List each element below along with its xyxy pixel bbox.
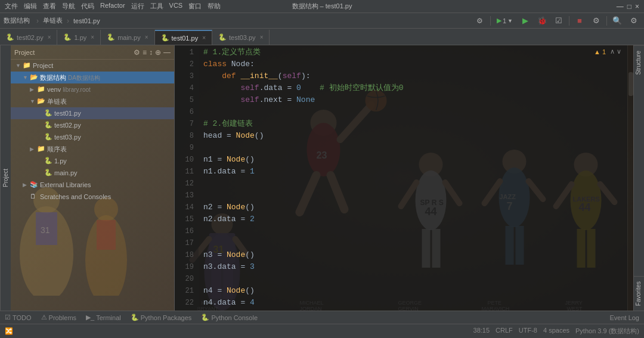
layout-icon[interactable]: ≡ bbox=[143, 48, 147, 57]
tab-label: main.py bbox=[117, 34, 141, 41]
tree-item-mainpy[interactable]: ▶ 🐍 main.py bbox=[11, 167, 174, 179]
stop-button[interactable]: ■ bbox=[573, 14, 586, 27]
gear3-button[interactable]: ⚙ bbox=[627, 14, 640, 27]
tab-1py[interactable]: 🐍 1.py × bbox=[57, 30, 101, 45]
tree-item-linked-list[interactable]: ▼ 📂 单链表 bbox=[11, 95, 174, 107]
menu-bar[interactable]: 文件 编辑 查看 导航 代码 Refactor 运行 工具 VCS 窗口 帮助 bbox=[5, 2, 221, 11]
tree-item-test01[interactable]: ▶ 🐍 test01.py bbox=[11, 107, 174, 119]
tree-item-scratches[interactable]: ▶ 🗒 Scratches and Consoles bbox=[11, 191, 174, 203]
indent[interactable]: 4 spaces bbox=[543, 327, 569, 336]
close-icon[interactable]: × bbox=[48, 34, 51, 41]
code-line-17 bbox=[203, 237, 627, 249]
run-config-selector[interactable]: ▶ 1 ▼ bbox=[494, 14, 515, 27]
menu-code[interactable]: 代码 bbox=[81, 2, 94, 11]
problems-tab[interactable]: ⚠ Problems bbox=[41, 314, 76, 321]
tree-label: test01.py bbox=[54, 110, 81, 117]
cursor-position[interactable]: 38:15 bbox=[473, 327, 490, 336]
event-log-tab[interactable]: Event Log bbox=[609, 314, 639, 321]
code-view: 12345 678910 1112131415 1617181920 21222… bbox=[175, 45, 627, 311]
python-packages-icon: 🐍 bbox=[131, 314, 139, 321]
minimize-button[interactable]: — bbox=[617, 2, 624, 11]
tab-test03[interactable]: 🐍 test03.py × bbox=[212, 30, 270, 45]
maximize-button[interactable]: □ bbox=[627, 2, 631, 11]
tree-item-project[interactable]: ▼ 📁 Project bbox=[11, 60, 174, 72]
menu-window[interactable]: 窗口 bbox=[188, 2, 202, 11]
tab-label: 1.py bbox=[74, 34, 86, 41]
terminal-icon: ▶_ bbox=[86, 314, 94, 321]
project-sidebar-tab[interactable]: Project bbox=[0, 45, 11, 311]
tree-item-external-libs[interactable]: ▶ 📚 External Libraries bbox=[11, 179, 174, 191]
editor-warnings[interactable]: ▲ 1 ∧ ∨ bbox=[594, 48, 621, 55]
gear-icon[interactable]: ⚙ bbox=[134, 48, 140, 57]
tree-label: Scratches and Consoles bbox=[40, 193, 111, 200]
todo-tab[interactable]: ☑ TODO bbox=[5, 314, 32, 321]
git-icon: 🔀 bbox=[5, 327, 13, 335]
tree-item-1py[interactable]: ▶ 🐍 1.py bbox=[11, 155, 174, 167]
editor-area[interactable]: 31 23 bbox=[175, 45, 633, 311]
interpreter[interactable]: Python 3.9 (数据结构) bbox=[575, 327, 639, 336]
warning-down-arrow[interactable]: ∨ bbox=[617, 48, 621, 55]
close-icon[interactable]: × bbox=[202, 35, 206, 41]
code-line-14: n2 = Node() bbox=[203, 201, 627, 213]
python-console-tab[interactable]: 🐍 Python Console bbox=[201, 314, 258, 321]
menu-edit[interactable]: 编辑 bbox=[24, 2, 37, 11]
py-file-icon: 🐍 bbox=[44, 109, 52, 117]
problems-label: Problems bbox=[49, 314, 76, 321]
tree-item-seq-list[interactable]: ▶ 📁 顺序表 bbox=[11, 143, 174, 155]
event-log-label: Event Log bbox=[609, 314, 639, 321]
window-controls[interactable]: — □ × bbox=[617, 2, 639, 11]
line-separator[interactable]: CRLF bbox=[496, 327, 513, 336]
terminal-tab[interactable]: ▶_ Terminal bbox=[86, 314, 121, 321]
tab-test01[interactable]: 🐍 test01.py × bbox=[155, 30, 212, 45]
breadcrumb-sep2: › bbox=[67, 17, 69, 25]
close-icon[interactable]: × bbox=[260, 34, 264, 41]
menu-tools[interactable]: 工具 bbox=[150, 2, 163, 11]
settings2-button[interactable]: ⚙ bbox=[590, 14, 603, 27]
search-button[interactable]: 🔍 bbox=[611, 14, 624, 27]
run-button[interactable]: ▶ bbox=[519, 14, 532, 27]
menu-refactor[interactable]: Refactor bbox=[100, 2, 125, 11]
menu-navigate[interactable]: 导航 bbox=[62, 2, 75, 11]
python-packages-tab[interactable]: 🐍 Python Packages bbox=[131, 314, 192, 321]
close-icon[interactable]: × bbox=[145, 34, 148, 41]
file-tabs: 🐍 test02.py × 🐍 1.py × 🐍 main.py × 🐍 tes… bbox=[0, 29, 644, 45]
project-header-icons[interactable]: ⚙ ≡ ↕ ⊕ — bbox=[134, 48, 171, 57]
py-icon: 🐍 bbox=[6, 33, 14, 41]
code-content[interactable]: # 1.定义节点类 class Node: def __init__(self)… bbox=[199, 45, 627, 311]
tree-item-test02[interactable]: ▶ 🐍 test02.py bbox=[11, 119, 174, 131]
breadcrumb-single: 单链表 bbox=[43, 16, 63, 25]
encoding[interactable]: UTF-8 bbox=[519, 327, 537, 336]
warning-up-arrow[interactable]: ∧ bbox=[610, 48, 615, 55]
settings-gear-icon[interactable]: ⚙ bbox=[473, 14, 487, 27]
tree-arrow: ▶ bbox=[30, 86, 37, 92]
breadcrumb-file: test01.py bbox=[73, 17, 100, 24]
tree-arrow: ▶ bbox=[30, 146, 37, 152]
menu-file[interactable]: 文件 bbox=[5, 2, 18, 11]
terminal-label: Terminal bbox=[96, 314, 121, 321]
debug-button[interactable]: 🐞 bbox=[535, 14, 549, 27]
code-line-23 bbox=[203, 309, 627, 311]
expand-icon[interactable]: ↕ bbox=[149, 48, 153, 57]
close-button[interactable]: × bbox=[635, 2, 639, 11]
structure-tab[interactable]: Structure bbox=[634, 45, 644, 80]
code-line-9 bbox=[203, 142, 627, 154]
tab-test02[interactable]: 🐍 test02.py × bbox=[0, 30, 57, 45]
menu-vcs[interactable]: VCS bbox=[169, 2, 183, 11]
menu-run[interactable]: 运行 bbox=[131, 2, 144, 11]
tab-mainpy[interactable]: 🐍 main.py × bbox=[101, 30, 154, 45]
favorites-tab[interactable]: Favorites bbox=[634, 276, 644, 311]
menu-view[interactable]: 查看 bbox=[43, 2, 56, 11]
tree-label: 单链表 bbox=[47, 97, 67, 106]
tree-item-venv[interactable]: ▶ 📁 venv library.root bbox=[11, 83, 174, 95]
menu-help[interactable]: 帮助 bbox=[208, 2, 221, 11]
py-icon: 🐍 bbox=[107, 33, 115, 41]
todo-icon: ☑ bbox=[5, 314, 11, 321]
coverage-button[interactable]: ☑ bbox=[552, 14, 565, 27]
folder-icon: 📂 bbox=[30, 73, 38, 82]
close-icon[interactable]: × bbox=[91, 34, 94, 41]
hide-icon[interactable]: — bbox=[163, 48, 171, 57]
tree-item-test03[interactable]: ▶ 🐍 test03.py bbox=[11, 131, 174, 143]
py-file-icon: 🐍 bbox=[44, 169, 52, 177]
tree-item-data-structure[interactable]: ▼ 📂 数据结构 DA数据结构 bbox=[11, 72, 174, 83]
add-icon[interactable]: ⊕ bbox=[155, 48, 161, 57]
